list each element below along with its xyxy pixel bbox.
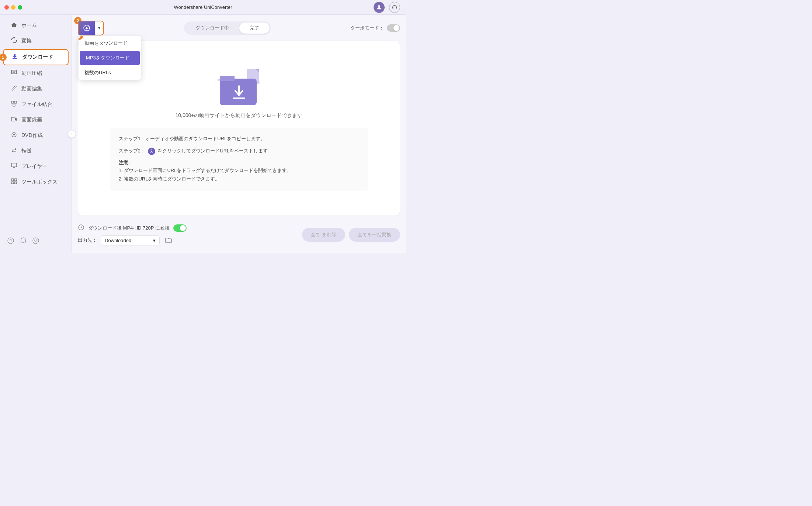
sidebar-item-record[interactable]: 画面録画 (3, 113, 69, 127)
sidebar-item-transfer[interactable]: 転送 (3, 144, 69, 158)
svg-point-20 (35, 240, 35, 240)
convert-toggle-knob (180, 225, 186, 231)
support-icon[interactable] (389, 2, 400, 13)
dropdown-item-video[interactable]: 動画をダウンロード (79, 36, 141, 50)
sidebar-item-edit[interactable]: 動画編集 (3, 82, 69, 96)
svg-rect-1 (11, 70, 17, 74)
bottom-bar: ダウンロード後 MP4-HD 720P に変換 出力先： Downloaded … (78, 221, 400, 247)
home-icon (10, 22, 18, 29)
step1-text: ステップ1：オーディオや動画のダウンロードURLをコピーします。 (119, 136, 265, 141)
turbo-toggle-knob (393, 25, 399, 31)
user-icon[interactable] (374, 2, 385, 13)
sidebar-bottom: ? (0, 233, 72, 250)
player-icon (10, 163, 18, 170)
note-2: 2. 複数のURLを同時にダウンロードできます。 (119, 175, 359, 183)
sidebar-item-dvd[interactable]: DVD作成 (3, 128, 69, 143)
dvd-label: DVD作成 (21, 132, 43, 139)
transfer-icon (10, 147, 18, 155)
instructions: ステップ1：オーディオや動画のダウンロードURLをコピーします。 ステップ2： … (110, 128, 368, 190)
sidebar-item-toolbox[interactable]: ツールボックス (3, 175, 69, 189)
top-bar-left: 2 ▾ (78, 21, 104, 35)
output-value: Downloaded (105, 238, 131, 243)
stop-all-button[interactable]: 全て を削除 (302, 228, 345, 242)
window-controls (4, 5, 22, 10)
merge-icon (10, 101, 18, 108)
output-option: 出力先： Downloaded ▾ (78, 235, 187, 245)
compress-icon (10, 70, 18, 77)
folder-illustration: ✦ ✦ (213, 66, 265, 106)
sidebar-item-player[interactable]: プレイヤー (3, 159, 69, 174)
sidebar-item-download[interactable]: ダウンロード (3, 49, 69, 65)
dropdown-item-multi[interactable]: 複数のURLs (79, 66, 141, 80)
output-dropdown-arrow: ▾ (153, 238, 156, 243)
convert-clock-icon (78, 224, 84, 232)
svg-point-23 (88, 26, 89, 27)
feedback-icon[interactable] (32, 237, 39, 245)
tabs: ダウンロード中 完了 (184, 21, 271, 35)
download-button-group: ▾ 3 動画をダウンロード MP3をダウンロード 複数のURLs (78, 21, 104, 35)
sidebar-item-merge[interactable]: ファイル結合 (3, 97, 69, 112)
svg-point-9 (13, 134, 15, 135)
transfer-label: 転送 (21, 148, 32, 154)
svg-point-0 (378, 5, 380, 7)
sidebar-item-convert[interactable]: 変換 (3, 34, 69, 48)
illustration-text: 10,000+の動画サイトから動画をダウンロードできます (176, 112, 303, 119)
svg-rect-29 (220, 76, 235, 81)
svg-rect-4 (11, 101, 14, 103)
download-label: ダウンロード (22, 54, 53, 61)
bottom-left: ダウンロード後 MP4-HD 720P に変換 出力先： Downloaded … (78, 224, 187, 245)
download-dropdown-button[interactable]: ▾ (95, 23, 103, 34)
instruction-step-2: ステップ2： をクリックしてダウンロードURLをペーストします (119, 147, 359, 155)
tab-done[interactable]: 完了 (239, 23, 270, 34)
svg-point-21 (37, 240, 37, 240)
sidebar-item-compress[interactable]: 動画圧縮 (3, 66, 69, 81)
turbo-toggle[interactable] (387, 24, 400, 32)
step2-inline-icon (148, 148, 155, 155)
close-button[interactable] (4, 5, 9, 10)
svg-rect-14 (14, 179, 17, 181)
titlebar: Wondershare UniConverter (0, 0, 406, 15)
turbo-mode: ターボモード： (350, 24, 400, 32)
svg-rect-16 (14, 182, 17, 184)
edit-label: 動画編集 (21, 86, 42, 92)
titlebar-actions (374, 2, 400, 13)
svg-rect-13 (11, 179, 14, 181)
notes-section: 注意: 1. ダウンロード画面にURLをドラッグするだけでダウンロードを開始でき… (119, 159, 359, 183)
output-select[interactable]: Downloaded ▾ (101, 235, 160, 245)
output-folder-button[interactable] (163, 235, 174, 245)
record-icon (10, 116, 18, 124)
dropdown-item-mp3[interactable]: MP3をダウンロード (80, 51, 140, 65)
svg-rect-10 (11, 163, 17, 167)
main-content: 2 ▾ (72, 15, 406, 253)
download-nav-icon (11, 54, 18, 61)
instruction-step-1: ステップ1：オーディオや動画のダウンロードURLをコピーします。 (119, 135, 359, 143)
notification-icon[interactable] (20, 237, 27, 245)
download-dropdown-menu: 3 動画をダウンロード MP3をダウンロード 複数のURLs (79, 36, 141, 80)
merge-label: ファイル結合 (21, 101, 52, 108)
download-main-button[interactable] (79, 21, 95, 35)
step2-suffix: をクリックしてダウンロードURLをペーストします (157, 148, 268, 154)
svg-rect-6 (13, 104, 15, 106)
svg-text:?: ? (10, 239, 12, 243)
sidebar-item-home[interactable]: ホーム (3, 18, 69, 33)
turbo-mode-label: ターボモード： (350, 25, 384, 31)
minimize-button[interactable] (11, 5, 15, 10)
convert-icon (10, 37, 18, 45)
step2-prefix: ステップ2： (119, 148, 145, 154)
app-title: Wondershare UniConverter (174, 4, 232, 10)
start-all-button[interactable]: 全てを一括変換 (349, 228, 400, 242)
convert-toggle[interactable] (173, 224, 187, 232)
maximize-button[interactable] (18, 5, 22, 10)
help-icon[interactable]: ? (7, 237, 14, 245)
svg-rect-15 (11, 182, 14, 184)
svg-point-19 (33, 238, 39, 244)
sidebar-collapse-button[interactable]: ‹ (68, 130, 76, 138)
home-label: ホーム (21, 22, 37, 29)
app-body: ホーム 変換 1 ダウンロード 動画圧縮 (0, 15, 406, 253)
record-label: 画面録画 (21, 117, 42, 123)
output-label: 出力先： (78, 237, 97, 244)
toolbox-icon (10, 178, 18, 186)
tab-downloading[interactable]: ダウンロード中 (185, 23, 239, 34)
download-illustration: ✦ ✦ 10,000+の動画サイトから動画をダウンロードできます (176, 66, 303, 119)
sidebar: ホーム 変換 1 ダウンロード 動画圧縮 (0, 15, 72, 253)
